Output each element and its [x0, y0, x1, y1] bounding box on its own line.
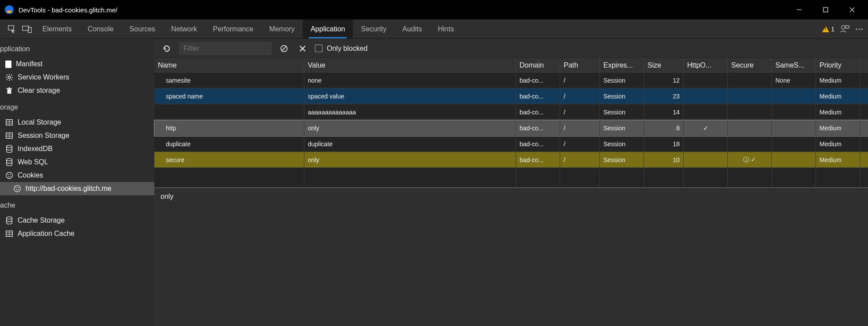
sidebar-item-manifest[interactable]: Manifest: [0, 57, 154, 71]
cell-expires: Session: [600, 72, 644, 88]
sidebar-group-storage: orage: [0, 97, 154, 116]
svg-line-19: [7, 75, 7, 76]
cell-size: 8: [644, 120, 684, 136]
cell-value: only: [304, 120, 516, 136]
svg-point-12: [858, 28, 860, 30]
tab-hints[interactable]: Hints: [430, 19, 462, 38]
th-httponly[interactable]: HttpO...: [684, 59, 728, 72]
cell-path: /: [560, 152, 600, 167]
minimize-button[interactable]: [786, 0, 812, 19]
cell-name: http: [154, 120, 304, 136]
feedback-icon[interactable]: [840, 24, 849, 34]
cell-name: [154, 104, 304, 120]
svg-point-39: [8, 176, 9, 177]
grid-icon: [5, 230, 13, 238]
cell-priority: Medium: [816, 120, 860, 136]
cell-priority: Medium: [816, 152, 860, 167]
tab-console[interactable]: Console: [80, 19, 122, 38]
table-row[interactable]: httponlybad-co.../Session8✓Medium: [154, 120, 868, 136]
th-samesite[interactable]: SameS...: [772, 59, 816, 72]
th-name[interactable]: Name: [154, 59, 304, 72]
sidebar-item-local-storage[interactable]: Local Storage: [0, 116, 154, 129]
table-header-row: Name Value Domain Path Expires... Size H…: [154, 58, 868, 72]
clear-all-button[interactable]: [278, 42, 290, 55]
empty-rows: [154, 168, 868, 187]
svg-point-42: [15, 187, 16, 188]
sidebar-cookie-origin-selected[interactable]: http://bad-cookies.glitch.me: [0, 182, 154, 195]
cell-priority: Medium: [816, 104, 860, 120]
cookie-detail-value: only: [161, 193, 173, 200]
tab-memory[interactable]: Memory: [261, 19, 303, 38]
cell-secure: [728, 72, 772, 88]
sidebar-item-cookies[interactable]: Cookies: [0, 169, 154, 182]
inspect-element-icon[interactable]: [4, 19, 19, 38]
warnings-badge[interactable]: 1: [822, 26, 834, 33]
th-path[interactable]: Path: [560, 59, 600, 72]
tab-sources[interactable]: Sources: [121, 19, 163, 38]
cell-value: only: [304, 152, 516, 167]
sidebar-item-application-cache[interactable]: Application Cache: [0, 227, 154, 240]
svg-rect-23: [7, 89, 11, 94]
cell-expires: Session: [600, 104, 644, 120]
sidebar-item-service-workers[interactable]: Service Workers: [0, 71, 154, 84]
page-icon: [5, 61, 11, 68]
cell-name: samesite: [154, 72, 304, 88]
svg-line-21: [11, 75, 12, 76]
tab-elements[interactable]: Elements: [34, 19, 80, 38]
tab-network[interactable]: Network: [163, 19, 205, 38]
maximize-button[interactable]: [812, 0, 839, 19]
delete-selected-button[interactable]: [296, 42, 309, 55]
cell-httponly: [684, 152, 728, 167]
th-value[interactable]: Value: [304, 59, 516, 72]
device-toolbar-icon[interactable]: [19, 19, 34, 38]
close-button[interactable]: [839, 0, 865, 19]
tab-security[interactable]: Security: [353, 19, 394, 38]
tab-audits[interactable]: Audits: [394, 19, 430, 38]
th-size[interactable]: Size: [644, 59, 684, 72]
cell-name: secure: [154, 152, 304, 167]
application-sidebar: pplication Manifest Service Workers Clea…: [0, 39, 154, 326]
filter-input[interactable]: [179, 42, 272, 55]
cell-expires: Session: [600, 136, 644, 152]
svg-point-37: [7, 174, 8, 175]
cell-value: duplicate: [304, 136, 516, 152]
refresh-button[interactable]: [161, 42, 173, 55]
svg-rect-24: [7, 88, 12, 89]
grid-icon: [5, 132, 13, 140]
database-icon: [5, 145, 13, 153]
svg-point-45: [18, 189, 19, 190]
svg-line-20: [11, 79, 12, 80]
tab-performance[interactable]: Performance: [205, 19, 262, 38]
cell-path: /: [560, 136, 600, 152]
table-row[interactable]: aaaaaaaaaaaaaabad-co.../Session14Medium: [154, 104, 868, 120]
cell-secure: [728, 88, 772, 104]
cell-secure: ⓘ ✓: [728, 152, 772, 167]
th-domain[interactable]: Domain: [516, 59, 560, 72]
only-blocked-checkbox[interactable]: Only blocked: [315, 45, 368, 53]
cell-size: 10: [644, 152, 684, 167]
cell-samesite: [772, 120, 816, 136]
cell-httponly: ✓: [684, 120, 728, 136]
table-row[interactable]: secureonlybad-co.../Session10ⓘ ✓Medium: [154, 152, 868, 168]
sidebar-item-session-storage[interactable]: Session Storage: [0, 129, 154, 142]
sidebar-item-websql[interactable]: Web SQL: [0, 155, 154, 169]
svg-rect-25: [8, 87, 10, 88]
cell-expires: Session: [600, 88, 644, 104]
th-secure[interactable]: Secure: [728, 59, 772, 72]
cell-priority: Medium: [816, 88, 860, 104]
more-menu-icon[interactable]: [855, 25, 864, 34]
table-row[interactable]: spaced namespaced valuebad-co.../Session…: [154, 88, 868, 104]
sidebar-item-cache-storage[interactable]: Cache Storage: [0, 214, 154, 227]
sidebar-item-clear-storage[interactable]: Clear storage: [0, 84, 154, 97]
sidebar-item-indexeddb[interactable]: IndexedDB: [0, 142, 154, 155]
sidebar-group-cache: ache: [0, 195, 154, 214]
tab-application[interactable]: Application: [303, 19, 353, 38]
table-row[interactable]: duplicateduplicatebad-co.../Session18Med…: [154, 136, 868, 152]
table-row[interactable]: samesitenonebad-co.../Session12NoneMediu…: [154, 72, 868, 88]
th-expires[interactable]: Expires...: [600, 59, 644, 72]
warnings-count: 1: [831, 26, 834, 33]
cell-samesite: [772, 136, 816, 152]
th-priority[interactable]: Priority: [816, 59, 860, 72]
svg-rect-6: [8, 26, 14, 30]
cell-samesite: None: [772, 72, 816, 88]
